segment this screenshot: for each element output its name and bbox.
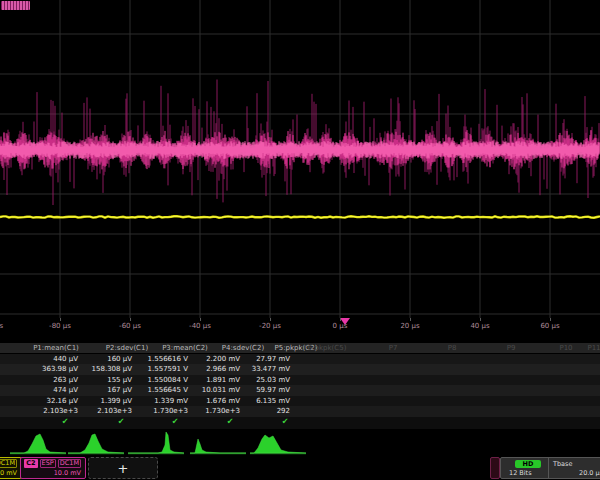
measure-value-max: 474 µV [53, 386, 78, 394]
measure-value-num: 2.103e+3 [43, 407, 78, 415]
time-axis-label: -40 µs [189, 322, 211, 330]
measure-value-min: 155 µV [107, 376, 132, 384]
measure-header-disabled[interactable]: P8 [448, 344, 457, 352]
add-trace-button[interactable]: + [88, 457, 158, 479]
time-axis-label: -60 µs [119, 322, 141, 330]
status-check-icon: ✔ [118, 417, 125, 426]
table-row: ✔✔✔✔✔ [0, 417, 600, 429]
table-row: 2.103e+32.103e+31.730e+31.730e+3292 [0, 406, 600, 417]
table-row: 363.98 µV158.308 µV1.557591 V2.966 mV33.… [0, 364, 600, 375]
time-axis-label: -20 µs [259, 322, 281, 330]
axis-tick [200, 318, 201, 321]
hd-mode-badge: HD [515, 460, 541, 468]
measure-value-mean: 158.308 µV [92, 365, 132, 373]
measure-header-disabled[interactable]: P10 [559, 344, 572, 352]
axis-tick [270, 318, 271, 321]
channel-c1-descriptor[interactable]: C1 DC1M 10.0 mV [0, 457, 22, 479]
measure-header[interactable]: P2:sdev(C1) [106, 344, 148, 352]
axis-tick [60, 318, 61, 321]
axis-tick [550, 318, 551, 321]
time-axis-label: 20 µs [400, 322, 419, 330]
table-row: P1:mean(C1)P2:sdev(C1)P3:mean(C2)P4:sdev… [0, 343, 600, 353]
measure-value-sdev: 1.339 mV [154, 397, 188, 405]
measure-value-sdev: 1.676 mV [206, 397, 240, 405]
parameter-histicons [0, 428, 600, 456]
measure-header-disabled[interactable]: P6:pkpk(C5) [304, 344, 347, 352]
measure-value-max: 10.031 mV [202, 386, 240, 394]
measure-value-mean: 33.477 mV [252, 365, 290, 373]
c1-vertical-scale: 10.0 mV [0, 469, 17, 478]
c2-esp-tag: ESP [40, 459, 56, 468]
measure-value-value: 2.200 mV [206, 355, 240, 363]
measure-header-disabled[interactable]: P11 [587, 344, 600, 352]
measure-header-disabled[interactable]: P7 [389, 344, 398, 352]
measure-value-sdev: 32.16 µV [46, 397, 78, 405]
plus-icon: + [118, 461, 129, 476]
measure-value-sdev: 6.135 mV [256, 397, 290, 405]
time-axis: -100 µs-80 µs-60 µs-40 µs-20 µs0 µs20 µs… [0, 318, 600, 334]
table-row: 440 µV160 µV1.556616 V2.200 mV27.97 mV [0, 354, 600, 365]
measure-value-mean: 1.557591 V [148, 365, 188, 373]
time-axis-label: -80 µs [49, 322, 71, 330]
status-check-icon: ✔ [172, 417, 179, 426]
trigger-descriptor-edge[interactable] [490, 457, 500, 479]
measure-value-num: 1.730e+3 [153, 407, 188, 415]
measure-value-value: 440 µV [53, 355, 78, 363]
divider [548, 458, 549, 478]
measure-value-value: 1.556616 V [148, 355, 188, 363]
tbase-value: 20.0 µs [579, 469, 600, 477]
axis-tick [130, 318, 131, 321]
measure-value-num: 292 [277, 407, 290, 415]
time-axis-label: -100 µs [0, 322, 3, 330]
measure-header[interactable]: P3:mean(C2) [162, 344, 208, 352]
measure-value-sdev: 1.399 µV [100, 397, 132, 405]
tbase-label: Tbase [553, 460, 572, 468]
channel-c2-descriptor[interactable]: C2 ESP DC1M 10.0 mV [20, 457, 86, 479]
time-axis-label: 0 µs [333, 322, 348, 330]
measure-value-min: 1.550084 V [148, 376, 188, 384]
table-row: 263 µV155 µV1.550084 V1.891 mV25.03 mV [0, 375, 600, 386]
c2-vertical-scale: 10.0 mV [54, 469, 81, 478]
table-row: 32.16 µV1.399 µV1.339 mV1.676 mV6.135 mV [0, 396, 600, 407]
measure-header[interactable]: P1:mean(C1) [33, 344, 79, 352]
measure-value-num: 1.730e+3 [205, 407, 240, 415]
measure-value-value: 27.97 mV [256, 355, 290, 363]
axis-tick [480, 318, 481, 321]
bit-depth-label: 12 Bits [509, 469, 532, 477]
measure-value-num: 2.103e+3 [97, 407, 132, 415]
measure-value-min: 1.891 mV [206, 376, 240, 384]
measure-table: P1:mean(C1)P2:sdev(C1)P3:mean(C2)P4:sdev… [0, 343, 600, 429]
measure-value-min: 263 µV [53, 376, 78, 384]
oscilloscope-screen: -100 µs-80 µs-60 µs-40 µs-20 µs0 µs20 µs… [0, 0, 600, 480]
table-row: 474 µV167 µV1.556645 V10.031 mV59.97 mV [0, 385, 600, 396]
measure-value-max: 59.97 mV [256, 386, 290, 394]
c2-badge: C2 [24, 459, 37, 468]
status-check-icon: ✔ [282, 417, 289, 426]
measure-value-mean: 363.98 µV [42, 365, 78, 373]
measure-header[interactable]: P4:sdev(C2) [222, 344, 264, 352]
waveform-grid-area [0, 0, 600, 318]
axis-tick [340, 318, 341, 321]
axis-tick [410, 318, 411, 321]
measure-value-mean: 2.966 mV [206, 365, 240, 373]
timebase-descriptor[interactable]: HD 12 Bits Tbase 20.0 µs [500, 457, 600, 479]
time-axis-label: 60 µs [540, 322, 559, 330]
status-check-icon: ✔ [227, 417, 234, 426]
c2-coupling-tag: DC1M [58, 459, 81, 468]
measure-value-min: 25.03 mV [256, 376, 290, 384]
c1-coupling-tag: DC1M [0, 459, 17, 468]
measure-header-disabled[interactable]: P9 [507, 344, 516, 352]
measure-value-max: 1.556645 V [148, 386, 188, 394]
measure-value-value: 160 µV [107, 355, 132, 363]
status-check-icon: ✔ [62, 417, 69, 426]
time-axis-label: 40 µs [470, 322, 489, 330]
measure-value-max: 167 µV [107, 386, 132, 394]
